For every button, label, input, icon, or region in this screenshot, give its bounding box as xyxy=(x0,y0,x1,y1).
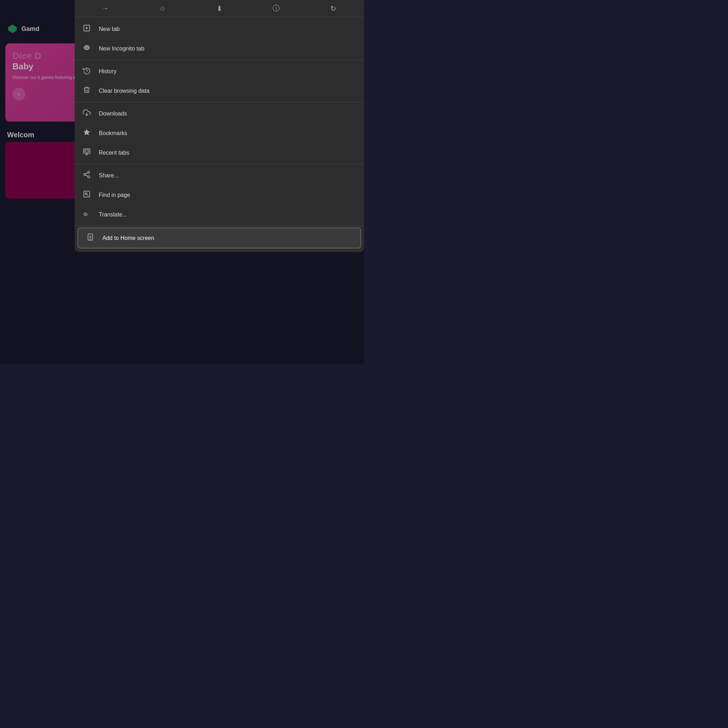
menu-item-share[interactable]: Share... xyxy=(75,166,364,185)
menu-item-downloads[interactable]: Downloads xyxy=(75,104,364,123)
bookmarks-label: Bookmarks xyxy=(99,130,127,136)
find-in-page-icon xyxy=(82,190,92,200)
menu-item-translate[interactable]: G T Translate... xyxy=(75,205,364,224)
new-incognito-tab-label: New Incognito tab xyxy=(99,46,144,52)
share-label: Share... xyxy=(99,173,119,179)
svg-rect-9 xyxy=(84,149,90,154)
svg-point-13 xyxy=(88,171,90,173)
svg-rect-10 xyxy=(85,150,89,152)
forward-icon[interactable]: → xyxy=(80,4,130,12)
svg-point-6 xyxy=(87,47,89,49)
info-icon[interactable]: ⓘ xyxy=(251,3,301,13)
trash-icon xyxy=(82,86,92,96)
star-icon[interactable]: ☆ xyxy=(137,4,187,13)
svg-line-20 xyxy=(87,195,89,196)
add-to-home-screen-icon xyxy=(85,233,95,243)
downloads-icon xyxy=(82,109,92,118)
share-icon xyxy=(82,171,92,180)
downloads-label: Downloads xyxy=(99,110,127,117)
svg-text:T: T xyxy=(86,213,89,217)
divider-1 xyxy=(75,60,364,60)
history-icon xyxy=(82,66,92,76)
reload-icon[interactable]: ↻ xyxy=(309,4,358,13)
incognito-icon xyxy=(82,44,92,54)
clear-browsing-data-label: Clear browsing data xyxy=(99,88,149,94)
add-to-home-screen-label: Add to Home screen xyxy=(102,235,154,242)
download-icon[interactable]: ⬇ xyxy=(194,4,244,13)
dropdown-menu: → ☆ ⬇ ⓘ ↻ New tab xyxy=(75,0,364,252)
find-in-page-label: Find in page xyxy=(99,192,130,198)
svg-line-16 xyxy=(86,175,88,176)
translate-icon: G T xyxy=(82,210,92,219)
menu-items-list: New tab New Incognito tab xyxy=(75,17,364,252)
recent-tabs-icon xyxy=(82,148,92,158)
menu-item-history[interactable]: History xyxy=(75,61,364,81)
divider-4 xyxy=(75,226,364,226)
history-label: History xyxy=(99,68,116,75)
svg-point-14 xyxy=(84,173,86,176)
svg-point-15 xyxy=(88,176,90,178)
divider-2 xyxy=(75,102,364,102)
recent-tabs-label: Recent tabs xyxy=(99,150,129,156)
dropdown-toolbar: → ☆ ⬇ ⓘ ↻ xyxy=(75,0,364,17)
svg-point-5 xyxy=(85,47,86,49)
divider-3 xyxy=(75,164,364,164)
new-tab-icon xyxy=(82,24,92,34)
menu-item-new-tab[interactable]: New tab xyxy=(75,19,364,39)
translate-label: Translate... xyxy=(99,211,127,218)
menu-item-recent-tabs[interactable]: Recent tabs xyxy=(75,143,364,162)
svg-point-19 xyxy=(85,193,87,195)
bookmarks-icon xyxy=(82,128,92,138)
menu-item-clear-browsing-data[interactable]: Clear browsing data xyxy=(75,81,364,101)
menu-item-bookmarks[interactable]: Bookmarks xyxy=(75,123,364,143)
menu-item-add-to-home-screen[interactable]: Add to Home screen xyxy=(78,228,361,248)
menu-item-find-in-page[interactable]: Find in page xyxy=(75,185,364,205)
menu-item-new-incognito-tab[interactable]: New Incognito tab xyxy=(75,39,364,58)
new-tab-label: New tab xyxy=(99,26,120,32)
svg-line-17 xyxy=(86,173,88,174)
svg-marker-8 xyxy=(84,129,90,135)
